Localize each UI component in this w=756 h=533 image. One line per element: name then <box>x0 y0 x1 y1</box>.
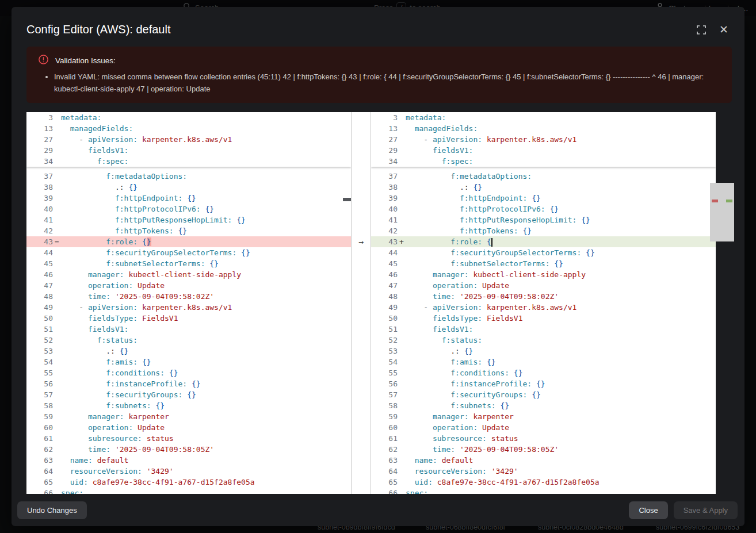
code-area[interactable]: 37 f:metadataOptions:38 .: {}39 f:httpEn… <box>371 167 716 494</box>
code-line[interactable]: 39 f:httpEndpoint: {} <box>26 193 351 204</box>
revert-change-arrow-icon[interactable]: → <box>352 236 371 247</box>
code-token: f:conditions: <box>106 369 165 377</box>
code-line[interactable]: 66spec: <box>371 488 716 494</box>
code-line[interactable]: 62 time: '2025-09-04T09:58:05Z' <box>371 444 716 455</box>
code-line[interactable]: 29 fieldsV1: <box>371 145 716 156</box>
undo-changes-button[interactable]: Undo Changes <box>17 501 87 519</box>
diff-pane-original[interactable]: 3metadata:13 managedFields:27 - apiVersi… <box>26 112 352 494</box>
code-line[interactable]: 59 manager: karpenter <box>26 411 351 422</box>
code-line[interactable]: 54 f:amis: {} <box>26 356 351 367</box>
code-line[interactable]: 3metadata: <box>26 112 351 123</box>
code-line[interactable]: 34 f:spec: <box>371 156 716 167</box>
code-line[interactable]: 56 f:instanceProfile: {} <box>26 378 351 389</box>
code-line[interactable]: 27 - apiVersion: karpenter.k8s.aws/v1 <box>371 134 716 145</box>
code-token: .: <box>115 183 124 191</box>
code-token: fieldsV1: <box>433 325 473 333</box>
code-token <box>61 124 70 133</box>
code-line[interactable]: 57 f:securityGroups: {} <box>26 389 351 400</box>
code-line[interactable]: 51 fieldsV1: <box>26 324 351 335</box>
code-line[interactable]: 51 fieldsV1: <box>371 324 716 335</box>
code-line[interactable]: 55 f:conditions: {} <box>371 367 716 378</box>
code-line[interactable]: 65 uid: c8afe97e-38cc-4f91-a767-d15f2a8f… <box>371 477 716 488</box>
code-line[interactable]: 47 operation: Update <box>371 280 716 291</box>
code-line[interactable]: 53 .: {} <box>26 346 351 356</box>
code-line[interactable]: 29 fieldsV1: <box>26 145 351 156</box>
code-line[interactable]: 64 resourceVersion: '3429' <box>26 466 351 477</box>
code-line[interactable]: 59 manager: karpenter <box>371 411 716 422</box>
code-token: f:metadataOptions: <box>106 172 187 181</box>
code-line[interactable]: 52 f:status: <box>26 335 351 346</box>
code-line[interactable]: 52 f:status: <box>371 335 716 346</box>
save-apply-button[interactable]: Save & Apply <box>674 501 738 519</box>
code-line[interactable]: 34 f:spec: <box>26 156 351 167</box>
code-line[interactable]: 44 f:securityGroupSelectorTerms: {} <box>371 247 716 258</box>
code-line[interactable]: 48 time: '2025-09-04T09:58:02Z' <box>26 291 351 302</box>
code-line[interactable]: 58 f:subnets: {} <box>371 400 716 411</box>
code-line[interactable]: 49 - apiVersion: karpenter.k8s.aws/v1 <box>26 302 351 313</box>
code-line[interactable]: 43− f:role: {} <box>26 236 351 247</box>
code-token: subresource: <box>88 434 142 443</box>
code-token: f:httpTokens: <box>460 227 518 235</box>
code-token: metadata: <box>61 113 101 122</box>
code-line[interactable]: 65 uid: c8afe97e-38cc-4f91-a767-d15f2a8f… <box>26 477 351 488</box>
close-dialog-button[interactable]: Close <box>629 501 667 519</box>
code-token <box>482 358 487 366</box>
code-token: f:conditions: <box>450 369 509 377</box>
code-line[interactable]: 41 f:httpPutResponseHopLimit: {} <box>26 214 351 225</box>
code-line[interactable]: 42 f:httpTokens: {} <box>26 225 351 236</box>
code-line[interactable]: 58 f:subnets: {} <box>26 400 351 411</box>
diff-pane-modified[interactable]: 3metadata:13 managedFields:27 - apiVersi… <box>371 112 716 494</box>
code-line[interactable]: 42 f:httpTokens: {} <box>371 225 716 236</box>
code-line[interactable]: 66spec: <box>26 488 351 494</box>
code-token <box>527 194 532 202</box>
code-line[interactable]: 62 time: '2025-09-04T09:58:05Z' <box>26 444 351 455</box>
close-button[interactable]: ✕ <box>718 24 730 36</box>
code-line[interactable]: 13 managedFields: <box>26 123 351 134</box>
code-line[interactable]: 37 f:metadataOptions: <box>26 171 351 182</box>
code-line[interactable]: 55 f:conditions: {} <box>26 367 351 378</box>
overview-ruler-scrollbar[interactable] <box>710 183 734 241</box>
code-line[interactable]: 45 f:subnetSelectorTerms: {} <box>26 258 351 269</box>
code-line[interactable]: 47 operation: Update <box>26 280 351 291</box>
code-line[interactable]: 60 operation: Update <box>26 422 351 433</box>
code-line[interactable]: 39 f:httpEndpoint: {} <box>371 193 716 204</box>
code-line[interactable]: 38 .: {} <box>26 182 351 193</box>
code-line[interactable]: 46 manager: kubectl-client-side-apply <box>371 269 716 280</box>
code-line[interactable]: 40 f:httpProtocolIPv6: {} <box>371 204 716 214</box>
code-line[interactable]: 43+ f:role: { <box>371 236 716 247</box>
code-token: {} <box>473 183 482 191</box>
code-line[interactable]: 50 fieldsType: FieldsV1 <box>26 313 351 324</box>
code-line[interactable]: 40 f:httpProtocolIPv6: {} <box>26 204 351 214</box>
code-line[interactable]: 61 subresource: status <box>26 433 351 444</box>
code-line[interactable]: 44 f:securityGroupSelectorTerms: {} <box>26 247 351 258</box>
code-token <box>406 478 415 486</box>
code-line[interactable]: 45 f:subnetSelectorTerms: {} <box>371 258 716 269</box>
code-line[interactable]: 41 f:httpPutResponseHopLimit: {} <box>371 214 716 225</box>
code-line[interactable]: 57 f:securityGroups: {} <box>371 389 716 400</box>
code-line[interactable]: 37 f:metadataOptions: <box>371 171 716 182</box>
code-line[interactable]: 61 subresource: status <box>371 433 716 444</box>
code-line[interactable]: 3metadata: <box>371 112 716 123</box>
code-line[interactable]: 54 f:amis: {} <box>371 356 716 367</box>
code-line[interactable]: 64 resourceVersion: '3429' <box>371 466 716 477</box>
code-line[interactable]: 63 name: default <box>371 455 716 466</box>
code-line[interactable]: 56 f:instanceProfile: {} <box>371 378 716 389</box>
code-line[interactable]: 46 manager: kubectl-client-side-apply <box>26 269 351 280</box>
code-line[interactable]: 60 operation: Update <box>371 422 716 433</box>
code-line[interactable]: 27 - apiVersion: karpenter.k8s.aws/v1 <box>26 134 351 145</box>
line-number: 43 <box>26 236 53 247</box>
code-token: fieldsV1: <box>88 325 128 333</box>
code-line[interactable]: 49 - apiVersion: karpenter.k8s.aws/v1 <box>371 302 716 313</box>
code-line[interactable]: 13 managedFields: <box>371 123 716 134</box>
code-token <box>138 358 142 366</box>
code-line[interactable]: 38 .: {} <box>371 182 716 193</box>
code-line[interactable]: 63 name: default <box>26 455 351 466</box>
code-line[interactable]: 50 fieldsType: FieldsV1 <box>371 313 716 324</box>
code-line[interactable]: 53 .: {} <box>371 346 716 356</box>
fullscreen-button[interactable] <box>695 24 708 36</box>
code-token: karpenter <box>473 412 513 421</box>
code-line[interactable]: 48 time: '2025-09-04T09:58:02Z' <box>371 291 716 302</box>
code-area[interactable]: 37 f:metadataOptions:38 .: {}39 f:httpEn… <box>26 167 351 494</box>
code-token <box>460 347 464 355</box>
line-number: 46 <box>26 269 53 280</box>
